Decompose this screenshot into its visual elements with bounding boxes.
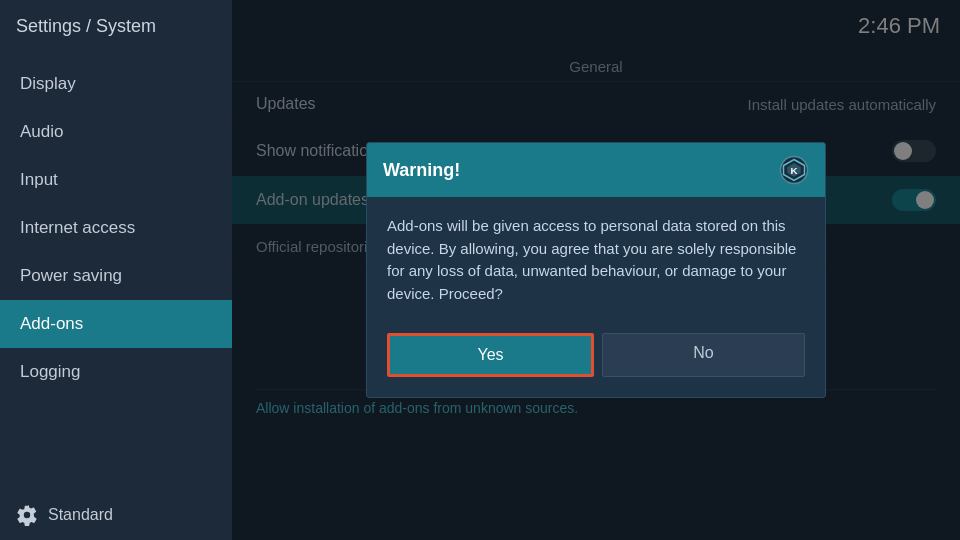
yes-button[interactable]: Yes [387, 333, 594, 377]
modal-message: Add-ons will be given access to personal… [387, 215, 805, 305]
sidebar-item-display[interactable]: Display [0, 60, 232, 108]
modal-overlay: Warning! K Add-ons will be given access … [232, 0, 960, 540]
sidebar: Settings / System Display Audio Input In… [0, 0, 232, 540]
warning-modal: Warning! K Add-ons will be given access … [366, 142, 826, 398]
modal-title: Warning! [383, 160, 460, 181]
modal-body: Add-ons will be given access to personal… [367, 197, 825, 325]
sidebar-nav: Display Audio Input Internet access Powe… [0, 52, 232, 490]
no-button[interactable]: No [602, 333, 805, 377]
svg-text:K: K [790, 165, 797, 176]
sidebar-item-audio[interactable]: Audio [0, 108, 232, 156]
sidebar-item-internet-access[interactable]: Internet access [0, 204, 232, 252]
sidebar-item-add-ons[interactable]: Add-ons [0, 300, 232, 348]
kodi-logo-icon: K [779, 155, 809, 185]
sidebar-item-power-saving[interactable]: Power saving [0, 252, 232, 300]
sidebar-item-logging[interactable]: Logging [0, 348, 232, 396]
gear-icon [16, 504, 38, 526]
page-title: Settings / System [0, 0, 232, 52]
modal-buttons: Yes No [367, 325, 825, 397]
modal-header: Warning! K [367, 143, 825, 197]
sidebar-footer: Standard [0, 490, 232, 540]
profile-label: Standard [48, 506, 113, 524]
sidebar-item-input[interactable]: Input [0, 156, 232, 204]
